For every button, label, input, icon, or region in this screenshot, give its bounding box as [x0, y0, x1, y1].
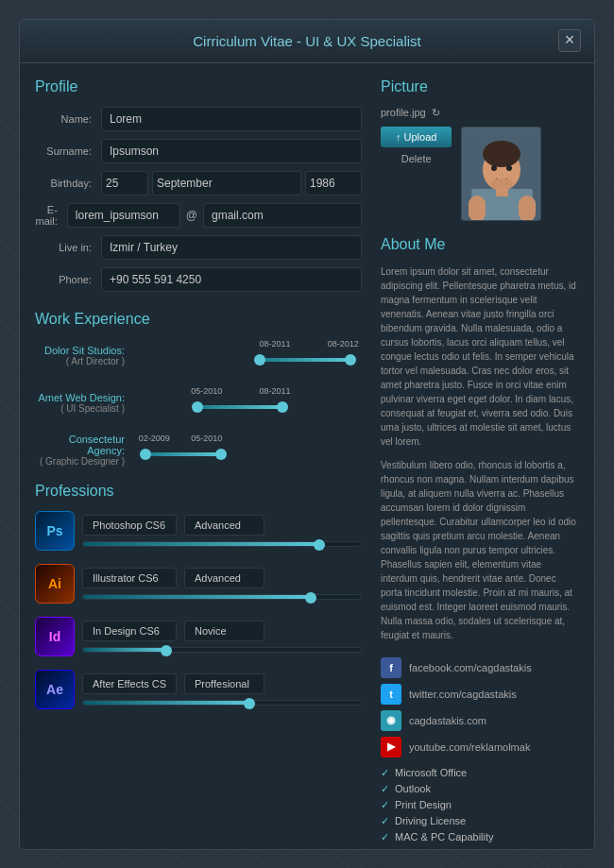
skill-item: ✓ MAC & PC Capability: [381, 831, 579, 843]
birthday-row: Birthday: 25 September 1986: [35, 171, 362, 196]
prof-level-input[interactable]: [184, 515, 264, 536]
skill-item: ✓ Print Design: [381, 799, 579, 811]
prof-details: [82, 515, 362, 547]
social-item-facebook: f facebook.com/cagdastakis: [381, 657, 579, 678]
professions-title: Professions: [35, 483, 362, 500]
birthday-year-select[interactable]: 1986: [305, 171, 362, 196]
upload-button[interactable]: ↑ Upload: [381, 127, 452, 147]
phone-label: Phone:: [35, 274, 101, 285]
prof-slider-track: [82, 700, 362, 706]
facebook-url: facebook.com/cagdastakis: [409, 662, 532, 673]
right-column: Picture profile.jpg ↻ ↑ Upload Delete: [381, 78, 579, 847]
check-icon: ✓: [381, 799, 389, 811]
check-icon: ✓: [381, 831, 389, 843]
surname-row: Surname:: [35, 139, 362, 163]
cv-modal: Cirriculum Vitae - UI & UX Specialist × …: [19, 19, 595, 850]
prof-slider-track: [82, 594, 362, 600]
about-section: About Me Lorem ipsum dolor sit amet, con…: [381, 236, 579, 642]
svg-point-5: [491, 165, 497, 171]
about-text-2: Vestibulum libero odio, rhoncus id lobor…: [381, 458, 579, 642]
surname-label: Surname:: [35, 145, 101, 157]
at-symbol: @: [184, 209, 199, 222]
modal-header: Cirriculum Vitae - UI & UX Specialist ×: [20, 20, 594, 63]
ae-icon: Ae: [35, 670, 75, 709]
about-text-1: Lorem ipsum dolor sit amet, consectetur …: [381, 264, 579, 449]
livein-row: Live in:: [35, 235, 362, 260]
picture-controls: ↑ Upload Delete: [381, 127, 452, 164]
website-url: cagdastakis.com: [409, 715, 486, 726]
profile-title: Profile: [35, 78, 362, 95]
email-user-input[interactable]: [67, 203, 180, 228]
check-icon: ✓: [381, 783, 389, 795]
svg-point-6: [506, 165, 512, 171]
twitter-url: twitter.com/cagdastakis: [409, 689, 517, 700]
skill-label: Print Design: [395, 799, 452, 810]
picture-area: ↑ Upload Delete: [381, 127, 579, 221]
skill-label: Driving License: [395, 815, 466, 826]
phone-row: Phone:: [35, 267, 362, 292]
work-experience-title: Work Experience: [35, 311, 362, 328]
name-row: Name:: [35, 107, 362, 131]
timeline-item: Consectetur Agency: ( Graphic Designer )…: [35, 434, 362, 468]
timeline-item: Dolor Sit Studios: ( Art Director ) 08-2…: [35, 339, 362, 373]
facebook-icon: f: [381, 657, 401, 678]
prof-name-input[interactable]: [82, 621, 177, 641]
prof-slider-track: [82, 541, 362, 547]
youtube-url: youtube.com/reklamolmak: [409, 741, 530, 753]
delete-button[interactable]: Delete: [381, 153, 452, 164]
picture-title: Picture: [381, 78, 579, 95]
check-icon: ✓: [381, 815, 389, 827]
birthday-month-select[interactable]: September: [152, 171, 301, 196]
svg-point-4: [483, 141, 520, 167]
timeline-bar-wrap: 05-2010 08-2011: [134, 386, 362, 420]
prof-name-input[interactable]: [82, 673, 177, 694]
name-input[interactable]: [101, 107, 362, 131]
prof-name-input[interactable]: [82, 515, 177, 536]
email-row: E-mail: @: [35, 203, 362, 228]
name-label: Name:: [35, 113, 101, 125]
social-section: f facebook.com/cagdastakis t twitter.com…: [381, 657, 579, 757]
company-label: Consectetur Agency: ( Graphic Designer ): [35, 434, 134, 467]
livein-label: Live in:: [35, 242, 101, 253]
birthday-day-select[interactable]: 25: [101, 171, 148, 196]
profile-photo-svg: [462, 128, 541, 221]
skill-label: MAC & PC Capability: [395, 831, 494, 842]
profession-item: Id: [35, 617, 362, 656]
profile-section: Profile Name: Surname: Birthday: 25: [35, 78, 362, 292]
skill-item: ✓ Driving License: [381, 815, 579, 827]
surname-input[interactable]: [101, 139, 362, 163]
skill-item: ✓ Outlook: [381, 783, 579, 795]
profession-item: Ae: [35, 670, 362, 709]
twitter-icon: t: [381, 684, 401, 705]
check-icon: ✓: [381, 767, 389, 779]
svg-rect-8: [519, 196, 536, 221]
social-item-twitter: t twitter.com/cagdastakis: [381, 684, 579, 705]
left-column: Profile Name: Surname: Birthday: 25: [35, 78, 362, 847]
profile-photo: [461, 127, 541, 221]
livein-input[interactable]: [101, 235, 362, 260]
social-item-youtube: ▶ youtube.com/reklamolmak: [381, 737, 579, 757]
svg-rect-9: [469, 196, 486, 221]
picture-filename: profile.jpg ↻: [381, 107, 579, 119]
work-experience-section: Work Experience Dolor Sit Studios: ( Art…: [35, 311, 362, 468]
prof-level-input[interactable]: [184, 621, 264, 641]
prof-name-input[interactable]: [82, 568, 177, 588]
svg-point-7: [490, 179, 513, 190]
website-icon: ◉: [381, 710, 401, 731]
phone-input[interactable]: [101, 267, 362, 292]
close-button[interactable]: ×: [558, 29, 581, 52]
birthday-label: Birthday:: [35, 178, 101, 189]
professions-section: Professions Ps: [35, 483, 362, 709]
ps-icon: Ps: [35, 511, 75, 551]
prof-level-input[interactable]: [184, 673, 264, 694]
prof-level-input[interactable]: [184, 568, 264, 588]
prof-details: [82, 621, 362, 653]
skill-item: ✓ Microsoft Office: [381, 767, 579, 779]
skill-label: Microsoft Office: [395, 767, 467, 778]
profession-item: Ai: [35, 564, 362, 604]
timeline-bar-wrap: 02-2009 05-2010: [134, 434, 362, 468]
social-item-website: ◉ cagdastakis.com: [381, 710, 579, 731]
prof-slider-track: [82, 647, 362, 653]
email-domain-input[interactable]: [203, 203, 362, 228]
timeline-item: Amet Web Design: ( UI Specialist ) 05-20…: [35, 386, 362, 420]
